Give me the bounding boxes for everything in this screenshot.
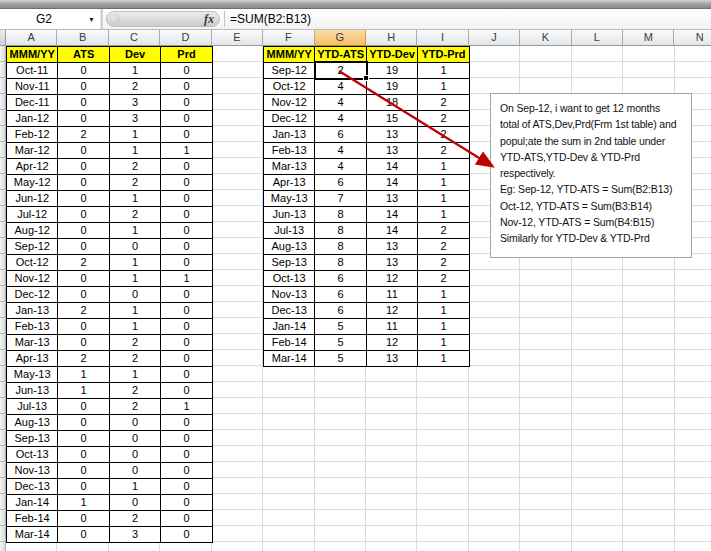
cell[interactable]: 2 xyxy=(418,95,469,111)
cell[interactable]: 19 xyxy=(367,63,418,79)
cell[interactable]: 1 xyxy=(110,479,161,495)
cell[interactable]: May-12 xyxy=(7,175,58,191)
cell[interactable]: 0 xyxy=(161,463,212,479)
cell[interactable]: 1 xyxy=(161,143,212,159)
cell[interactable]: 0 xyxy=(110,447,161,463)
cell[interactable]: 0 xyxy=(161,287,212,303)
cell[interactable]: Oct-12 xyxy=(7,255,58,271)
cell[interactable]: 0 xyxy=(161,159,212,175)
cell[interactable]: 0 xyxy=(58,79,109,95)
header-cell[interactable]: YTD-Prd xyxy=(418,47,469,63)
cell[interactable]: 0 xyxy=(161,239,212,255)
cell[interactable]: 0 xyxy=(161,383,212,399)
cell[interactable]: 2 xyxy=(58,303,109,319)
cell[interactable]: Dec-12 xyxy=(7,287,58,303)
cell[interactable]: 0 xyxy=(58,335,109,351)
cell[interactable]: Nov-13 xyxy=(264,287,315,303)
cell[interactable]: Jul-12 xyxy=(7,207,58,223)
column-header-D[interactable]: D xyxy=(160,30,211,46)
cell[interactable]: 0 xyxy=(110,431,161,447)
cell[interactable]: Feb-13 xyxy=(264,143,315,159)
cell[interactable]: 13 xyxy=(367,255,418,271)
cell[interactable]: 1 xyxy=(418,207,469,223)
column-header-C[interactable]: C xyxy=(109,30,160,46)
cell[interactable]: 0 xyxy=(110,415,161,431)
cell[interactable]: 0 xyxy=(161,175,212,191)
cell[interactable]: 1 xyxy=(161,399,212,415)
cell[interactable]: 6 xyxy=(315,175,366,191)
column-header-A[interactable]: A xyxy=(6,30,57,46)
cell[interactable]: Dec-12 xyxy=(264,111,315,127)
cell[interactable]: 2 xyxy=(418,127,469,143)
cell[interactable]: 13 xyxy=(367,143,418,159)
cell[interactable]: Apr-12 xyxy=(7,159,58,175)
cell[interactable]: 1 xyxy=(110,63,161,79)
cell[interactable]: 7 xyxy=(315,191,366,207)
cell[interactable]: 0 xyxy=(161,79,212,95)
cell[interactable]: 0 xyxy=(161,63,212,79)
cell[interactable]: 1 xyxy=(110,319,161,335)
cell[interactable]: 0 xyxy=(161,127,212,143)
cell[interactable]: 0 xyxy=(161,335,212,351)
cell[interactable]: 6 xyxy=(315,127,366,143)
cell[interactable]: Feb-14 xyxy=(7,511,58,527)
cell[interactable]: 2 xyxy=(110,335,161,351)
cell[interactable]: Dec-13 xyxy=(264,303,315,319)
cell[interactable]: 0 xyxy=(58,527,109,543)
cell[interactable]: 2 xyxy=(110,79,161,95)
cell[interactable]: 2 xyxy=(58,351,109,367)
cell[interactable]: 2 xyxy=(418,255,469,271)
cell[interactable]: 2 xyxy=(110,383,161,399)
cell[interactable]: 11 xyxy=(367,319,418,335)
cell[interactable]: 1 xyxy=(110,127,161,143)
cell[interactable]: Jun-13 xyxy=(264,207,315,223)
cell[interactable]: 1 xyxy=(58,383,109,399)
cell[interactable]: 0 xyxy=(58,191,109,207)
cell[interactable]: Sep-13 xyxy=(7,431,58,447)
cell[interactable]: 0 xyxy=(58,159,109,175)
cell[interactable]: Nov-12 xyxy=(264,95,315,111)
cell[interactable]: Dec-11 xyxy=(7,95,58,111)
column-header-K[interactable]: K xyxy=(520,30,571,46)
cell[interactable]: Aug-13 xyxy=(264,239,315,255)
cell[interactable]: 3 xyxy=(110,527,161,543)
column-header-H[interactable]: H xyxy=(366,30,417,46)
cell[interactable]: 14 xyxy=(367,159,418,175)
cell[interactable]: Oct-13 xyxy=(264,271,315,287)
cell[interactable]: 0 xyxy=(161,319,212,335)
cell[interactable]: 1 xyxy=(418,63,469,79)
cell[interactable]: 0 xyxy=(110,495,161,511)
cell[interactable]: 5 xyxy=(315,335,366,351)
cell[interactable]: 6 xyxy=(315,271,366,287)
chevron-down-icon[interactable]: ▼ xyxy=(88,16,100,23)
cell[interactable]: 14 xyxy=(367,223,418,239)
cell[interactable]: 2 xyxy=(110,351,161,367)
column-header-F[interactable]: F xyxy=(263,30,314,46)
name-box[interactable]: G2 ▼ xyxy=(0,9,100,29)
cell[interactable]: Oct-11 xyxy=(7,63,58,79)
cell[interactable]: 3 xyxy=(110,111,161,127)
cell[interactable]: 0 xyxy=(161,495,212,511)
cell[interactable]: 2 xyxy=(58,127,109,143)
cell[interactable]: 12 xyxy=(367,303,418,319)
cell[interactable]: 0 xyxy=(58,479,109,495)
cell[interactable]: Aug-12 xyxy=(7,223,58,239)
cell[interactable]: 1 xyxy=(110,303,161,319)
column-header-B[interactable]: B xyxy=(57,30,108,46)
cell[interactable]: 0 xyxy=(58,63,109,79)
cell[interactable]: 0 xyxy=(161,511,212,527)
cell[interactable]: 0 xyxy=(161,415,212,431)
cell[interactable]: 0 xyxy=(161,255,212,271)
cell[interactable]: 0 xyxy=(58,399,109,415)
cell[interactable]: 4 xyxy=(315,111,366,127)
cell[interactable]: Apr-13 xyxy=(7,351,58,367)
column-header-N[interactable]: N xyxy=(674,30,711,46)
cell[interactable]: 13 xyxy=(367,127,418,143)
cell[interactable]: 11 xyxy=(367,287,418,303)
formula-input[interactable]: =SUM(B2:B13) xyxy=(230,12,311,26)
cell[interactable]: 2 xyxy=(110,159,161,175)
cell[interactable]: 19 xyxy=(367,79,418,95)
cell[interactable]: 2 xyxy=(110,207,161,223)
cell[interactable]: 15 xyxy=(367,111,418,127)
cell[interactable]: Nov-11 xyxy=(7,79,58,95)
